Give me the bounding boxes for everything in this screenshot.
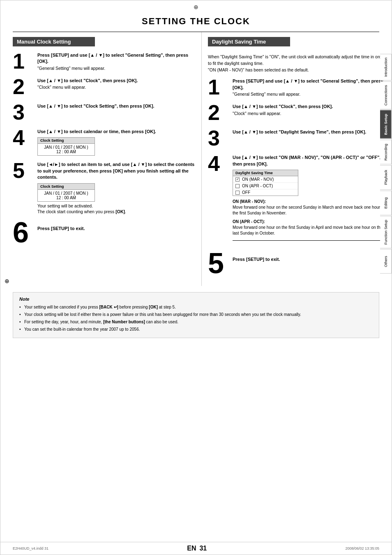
sidebar-tab-editing[interactable]: Editing xyxy=(380,191,392,215)
manual-step-5: 5 Use [◄/►] to select an item to set, an… xyxy=(13,160,197,214)
dst-section-title: Daylight Saving Time xyxy=(208,37,290,46)
dst-step-1-text: Press [SETUP] and use [▲ / ▼] to select … xyxy=(233,78,387,91)
dst-step-number-2: 2 xyxy=(208,102,229,123)
sidebar-tab-introduction[interactable]: Introduction xyxy=(380,54,392,81)
dst-option-3: OFF xyxy=(233,189,298,196)
step-number-4: 4 xyxy=(13,127,34,148)
dst-step-content-1: Press [SETUP] and use [▲ / ▼] to select … xyxy=(233,76,387,97)
dst-options-box: Daylight Saving Time ON (MAR - NOV) ON (… xyxy=(233,170,298,196)
bottom-bar: E2H40UD_v4.indd 31 EN 31 2008/06/02 13:3… xyxy=(0,542,392,555)
dst-option-2-label: ON (APR - OCT) xyxy=(242,184,273,188)
note-item-3: For setting the day, year, hour, and min… xyxy=(19,319,373,325)
step-6-text: Press [SETUP] to exit. xyxy=(37,226,197,232)
dst-note-2-text: Move forward one hour on the first Sunda… xyxy=(233,225,387,236)
step-3-text: Use [▲ / ▼] to select "Clock Setting", t… xyxy=(37,103,197,109)
dst-step-3-text: Use [▲ / ▼] to select "Daylight Saving T… xyxy=(233,129,387,135)
clock-box-1-content: JAN / 01 / 2007 ( MON )12 : 00 AM xyxy=(38,144,95,155)
note-item-2: Your clock setting will be lost if eithe… xyxy=(19,311,373,318)
step-number-1: 1 xyxy=(13,51,34,72)
step-content-2: Use [▲ / ▼] to select "Clock", then pres… xyxy=(37,76,197,90)
step-4-text: Use [▲ / ▼] to select calendar or time, … xyxy=(37,129,197,135)
step-number-5: 5 xyxy=(13,160,34,181)
note-item-1: Your setting will be canceled if you pre… xyxy=(19,304,373,310)
clock-box-1-title: Clock Setting xyxy=(38,138,95,144)
en-label: EN xyxy=(187,545,196,552)
dst-step-number-5: 5 xyxy=(208,249,229,278)
dst-step-content-5: Press [SETUP] to exit. xyxy=(233,249,387,263)
sidebar-tabs: Introduction Connections Basic Setup Rec… xyxy=(380,54,392,274)
divider xyxy=(233,240,387,241)
sidebar-tab-connections[interactable]: Connections xyxy=(380,81,392,109)
step-1-text: Press [SETUP] and use [▲ / ▼] to select … xyxy=(37,52,197,65)
step-number-3: 3 xyxy=(13,101,34,123)
step-content-5: Use [◄/►] to select an item to set, and … xyxy=(37,160,197,214)
manual-step-2: 2 Use [▲ / ▼] to select "Clock", then pr… xyxy=(13,76,197,97)
dst-step-number-4: 4 xyxy=(208,153,229,174)
step-content-4: Use [▲ / ▼] to select calendar or time, … xyxy=(37,127,197,156)
dst-step-1-desc: "General Setting" menu will appear. xyxy=(233,92,387,97)
left-crosshair: ⊕ xyxy=(5,278,9,284)
dst-step-2: 2 Use [▲ / ▼] to select "Clock", then pr… xyxy=(208,102,387,123)
step-content-3: Use [▲ / ▼] to select "Clock Setting", t… xyxy=(37,101,197,109)
note-item-4: You can set the built-in calendar from t… xyxy=(19,326,373,332)
left-column: Manual Clock Setting 1 Press [SETUP] and… xyxy=(0,32,202,286)
dst-note-2-title: ON (APR - OCT): xyxy=(233,219,387,224)
step-content-6: Press [SETUP] to exit. xyxy=(37,218,197,232)
sidebar-tab-others[interactable]: Others xyxy=(380,249,392,274)
top-crosshair: ⊕ xyxy=(0,0,392,12)
dst-note-1-text: Move forward one hour on the second Sund… xyxy=(233,205,387,216)
page-number: 31 xyxy=(199,545,207,552)
dst-intro: When "Daylight Saving Time" is "ON", the… xyxy=(208,54,387,73)
dst-note-1-title: ON (MAR - NOV): xyxy=(233,199,387,204)
dst-step-content-2: Use [▲ / ▼] to select "Clock", then pres… xyxy=(233,102,387,115)
note-title: Note xyxy=(19,297,373,302)
dst-step-4-text: Use [▲ / ▼] to select "ON (MAR - NOV)", … xyxy=(233,154,387,167)
bottom-left-text: E2H40UD_v4.indd 31 xyxy=(13,546,48,550)
clock-box-2-content: JAN / 01 / 2007 ( MON )12 : 00 AM xyxy=(38,190,95,201)
dst-option-3-label: OFF xyxy=(242,190,250,195)
dst-step-number-3: 3 xyxy=(208,127,229,149)
manual-step-1: 1 Press [SETUP] and use [▲ / ▼] to selec… xyxy=(13,51,197,72)
dst-step-4: 4 Use [▲ / ▼] to select "ON (MAR - NOV)"… xyxy=(208,153,387,245)
dst-step-content-4: Use [▲ / ▼] to select "ON (MAR - NOV)", … xyxy=(233,153,387,245)
step-number-2: 2 xyxy=(13,76,34,97)
step-2-desc: "Clock" menu will appear. xyxy=(37,85,197,90)
step-number-6: 6 xyxy=(13,218,34,247)
step-5-after-1: Your setting will be activated. xyxy=(37,203,197,208)
bottom-right-text: 2008/06/02 13:35:05 xyxy=(345,546,379,550)
dst-step-2-desc: "Clock" menu will appear. xyxy=(233,111,387,116)
manual-step-6: 6 Press [SETUP] to exit. xyxy=(13,218,197,247)
dst-step-content-3: Use [▲ / ▼] to select "Daylight Saving T… xyxy=(233,127,387,135)
manual-clock-section-title: Manual Clock Setting xyxy=(13,37,95,46)
dst-option-1-label: ON (MAR - NOV) xyxy=(242,177,274,182)
dst-step-3: 3 Use [▲ / ▼] to select "Daylight Saving… xyxy=(208,127,387,149)
dst-step-5: 5 Press [SETUP] to exit. xyxy=(208,249,387,278)
step-1-desc: "General Setting" menu will appear. xyxy=(37,66,197,71)
manual-step-3: 3 Use [▲ / ▼] to select "Clock Setting",… xyxy=(13,101,197,123)
dst-checkbox-3 xyxy=(235,191,240,195)
right-column: Daylight Saving Time When "Daylight Savi… xyxy=(202,32,392,286)
dst-step-5-text: Press [SETUP] to exit. xyxy=(233,256,387,263)
dst-checkbox-1 xyxy=(235,177,240,182)
sidebar-tab-function-setup[interactable]: Function Setup xyxy=(380,216,392,249)
dst-step-1: 1 Press [SETUP] and use [▲ / ▼] to selec… xyxy=(208,76,387,98)
sidebar-tab-recording[interactable]: Recording xyxy=(380,140,392,164)
step-5-after-2: The clock start counting when you press … xyxy=(37,209,197,214)
page-number-area: EN 31 xyxy=(187,545,207,552)
page-wrapper: ⊕ SETTING THE CLOCK Manual Clock Setting… xyxy=(0,0,392,555)
dst-step-2-text: Use [▲ / ▼] to select "Clock", then pres… xyxy=(233,104,387,110)
sidebar-tab-basic-setup[interactable]: Basic Setup xyxy=(380,110,392,139)
clock-setting-box-1: Clock Setting JAN / 01 / 2007 ( MON )12 … xyxy=(37,137,95,156)
dst-option-2: ON (APR - OCT) xyxy=(233,183,298,189)
main-content: Manual Clock Setting 1 Press [SETUP] and… xyxy=(0,32,392,286)
note-section: Note Your setting will be canceled if yo… xyxy=(13,292,379,338)
clock-box-2-title: Clock Setting xyxy=(38,184,95,190)
step-content-1: Press [SETUP] and use [▲ / ▼] to select … xyxy=(37,51,197,71)
step-5-text: Use [◄/►] to select an item to set, and … xyxy=(37,161,197,180)
dst-option-1: ON (MAR - NOV) xyxy=(233,176,298,183)
step-2-text: Use [▲ / ▼] to select "Clock", then pres… xyxy=(37,78,197,84)
dst-step-number-1: 1 xyxy=(208,76,229,98)
sidebar-tab-playback[interactable]: Playback xyxy=(380,165,392,190)
clock-setting-box-2: Clock Setting JAN / 01 / 2007 ( MON )12 … xyxy=(37,183,95,202)
dst-box-title: Daylight Saving Time xyxy=(233,170,298,176)
